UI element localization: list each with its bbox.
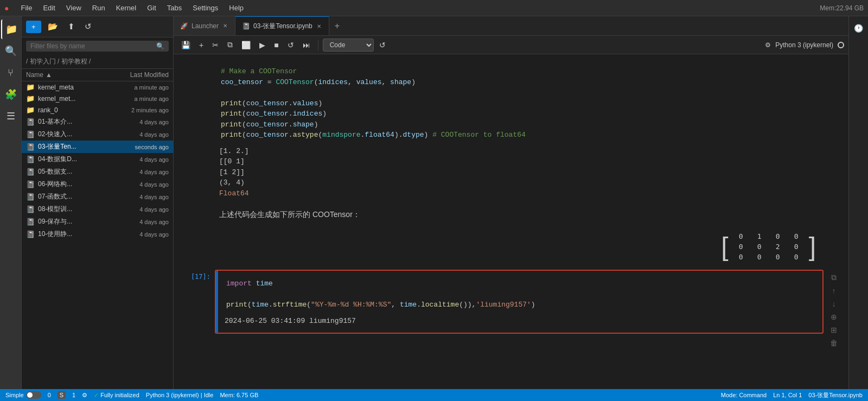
- active-cell-box[interactable]: import time print(time.strftime("%Y-%m-%…: [215, 270, 824, 334]
- cell-action-buttons: ⧉ ↑ ↓ ⊕ ⊞ 🗑: [824, 270, 840, 348]
- right-panel: 🕐: [848, 16, 868, 389]
- tab-icon-launcher: 🚀: [180, 22, 188, 30]
- file-item[interactable]: 📓04-数据集D...4 days ago: [22, 153, 173, 166]
- move-up-action[interactable]: ↑: [828, 285, 840, 296]
- tab-close-notebook[interactable]: ✕: [316, 22, 322, 30]
- menu-run[interactable]: Run: [87, 2, 111, 14]
- tab-close-launcher[interactable]: ✕: [222, 22, 228, 30]
- settings-status-icon[interactable]: ⚙: [82, 392, 87, 399]
- tab-notebook[interactable]: 📓 03-张量Tensor.ipynb ✕: [235, 16, 329, 35]
- notebook-icon: 📓: [26, 230, 35, 238]
- notebook-content[interactable]: # Make a COOTensor coo_tensor = COOTenso…: [174, 54, 848, 389]
- delete-cell-action[interactable]: 🗑: [828, 338, 840, 348]
- cell-type-select[interactable]: Code Markdown Raw: [323, 39, 374, 52]
- clock-icon[interactable]: 🕐: [851, 21, 866, 36]
- add-below-action[interactable]: ⊕: [828, 311, 840, 322]
- cell-number: [17]:: [191, 273, 210, 281]
- search-icon: 🔍: [156, 42, 164, 50]
- new-folder-button[interactable]: 📂: [44, 20, 61, 34]
- text-cell-1: 上述代码会生成如下所示的 COOTensor：: [174, 205, 848, 224]
- cell-active-input[interactable]: import time print(time.strftime("%Y-%m-%…: [220, 275, 818, 314]
- modified-column-header[interactable]: Last Modified: [109, 71, 169, 79]
- file-item[interactable]: 📓06-网络构...4 days ago: [22, 178, 173, 190]
- menu-icon[interactable]: ☰: [1, 106, 21, 126]
- new-launcher-button[interactable]: +: [26, 21, 41, 33]
- notebook-icon: 📓: [26, 143, 35, 151]
- mode-indicator: Mode: Command: [721, 392, 767, 398]
- cell-output-1: [1. 2.] [[0 1] [1 2]] (3, 4) Float64: [215, 144, 840, 201]
- kernel-status-circle: [838, 42, 844, 48]
- menu-help[interactable]: Help: [224, 2, 249, 14]
- cell-body-1: # Make a COOTensor coo_tensor = COOTenso…: [215, 63, 840, 201]
- file-item[interactable]: 📁kernel_met...a minute ago: [22, 93, 173, 104]
- file-item[interactable]: 📓08-模型训...4 days ago: [22, 203, 173, 215]
- paste-cell-button[interactable]: ⬜: [238, 39, 254, 52]
- search-sidebar-icon[interactable]: 🔍: [1, 41, 21, 61]
- file-modified: seconds ago: [114, 144, 169, 150]
- git-icon[interactable]: ⑂: [1, 63, 21, 82]
- cell-1: # Make a COOTensor coo_tensor = COOTenso…: [174, 63, 848, 201]
- cut-cell-button[interactable]: ✂: [209, 39, 222, 52]
- kernel-indicator: ⚙ Python 3 (ipykernel): [765, 41, 844, 49]
- run-cell-button[interactable]: ▶: [256, 39, 269, 52]
- file-browser: + 📂 ⬆ ↺ 🔍 / 初学入门 / 初学教程 / Name ▲ Last Mo…: [22, 16, 174, 389]
- file-item[interactable]: 📁kernel_metaa minute ago: [22, 81, 173, 93]
- file-modified: 4 days ago: [114, 219, 169, 225]
- add-cell-button[interactable]: +: [196, 39, 207, 52]
- file-item[interactable]: 📓10-使用静...4 days ago: [22, 228, 173, 240]
- file-item[interactable]: 📓05-数据支...4 days ago: [22, 166, 173, 178]
- memory-status: Mem: 6.75 GB: [220, 392, 258, 398]
- refresh-button[interactable]: ↺: [376, 39, 389, 52]
- file-name: kernel_met...: [38, 95, 114, 103]
- menu-git[interactable]: Git: [142, 2, 162, 14]
- copy-cell-button[interactable]: ⧉: [224, 38, 236, 52]
- file-item[interactable]: 📓09-保存与...4 days ago: [22, 215, 173, 228]
- code-line: print(coo_tensor.astype(mindspore.float6…: [221, 130, 835, 141]
- notebook-icon: 📓: [26, 118, 35, 126]
- output-line: Float64: [219, 188, 835, 199]
- menu-kernel[interactable]: Kernel: [111, 2, 142, 14]
- extensions-icon[interactable]: 🧩: [1, 85, 21, 104]
- file-item[interactable]: 📓02-快速入...4 days ago: [22, 128, 173, 141]
- output-line: (3, 4): [219, 177, 835, 188]
- cell-input-1[interactable]: # Make a COOTensor coo_tensor = COOTenso…: [215, 63, 840, 144]
- menu-settings[interactable]: Settings: [187, 2, 224, 14]
- file-name: rank_0: [38, 106, 114, 114]
- memory-display: Mem:22.94 GB: [820, 4, 864, 12]
- file-name: 06-网络构...: [38, 180, 114, 189]
- toggle-switch[interactable]: [26, 391, 41, 399]
- menu-tabs[interactable]: Tabs: [162, 2, 187, 14]
- file-item[interactable]: 📓03-张量Ten...seconds ago: [22, 141, 173, 153]
- menu-file[interactable]: File: [15, 2, 37, 14]
- save-button[interactable]: 💾: [178, 39, 194, 52]
- file-name: 01-基本介...: [38, 117, 114, 126]
- stop-kernel-button[interactable]: ■: [271, 39, 282, 52]
- file-name: 08-模型训...: [38, 205, 114, 214]
- refresh-button[interactable]: ↺: [81, 20, 95, 34]
- cell-body-active[interactable]: import time print(time.strftime("%Y-%m-%…: [215, 270, 840, 348]
- tab-launcher[interactable]: 🚀 Launcher ✕: [174, 16, 235, 35]
- restart-run-button[interactable]: ⏭: [299, 39, 314, 52]
- file-item[interactable]: 📁rank_02 minutes ago: [22, 104, 173, 116]
- cell-gutter-active: [17]:: [182, 270, 215, 348]
- file-item[interactable]: 📓07-函数式...4 days ago: [22, 190, 173, 203]
- move-down-action[interactable]: ↓: [828, 298, 840, 309]
- files-icon[interactable]: 📁: [1, 20, 21, 39]
- file-item[interactable]: 📓01-基本介...4 days ago: [22, 116, 173, 128]
- search-input[interactable]: [30, 42, 154, 50]
- new-tab-button[interactable]: +: [329, 21, 345, 31]
- copy-cell-action[interactable]: ⧉: [828, 272, 840, 283]
- output-line: [1 2]]: [219, 167, 835, 178]
- check-icon: ✓: [94, 392, 99, 398]
- left-bracket: [: [721, 234, 728, 260]
- more-actions[interactable]: ⊞: [828, 324, 840, 335]
- menu-edit[interactable]: Edit: [37, 2, 60, 14]
- menu-view[interactable]: View: [61, 2, 87, 14]
- name-column-header[interactable]: Name ▲: [26, 71, 109, 79]
- restart-kernel-button[interactable]: ↺: [284, 39, 297, 52]
- tab-label-launcher: Launcher: [192, 22, 219, 30]
- kernel-settings-icon[interactable]: ⚙: [765, 41, 771, 49]
- upload-button[interactable]: ⬆: [65, 20, 78, 34]
- file-modified: 4 days ago: [114, 156, 169, 163]
- cell-active: [17]: import time print(time.strftime("%…: [174, 270, 848, 348]
